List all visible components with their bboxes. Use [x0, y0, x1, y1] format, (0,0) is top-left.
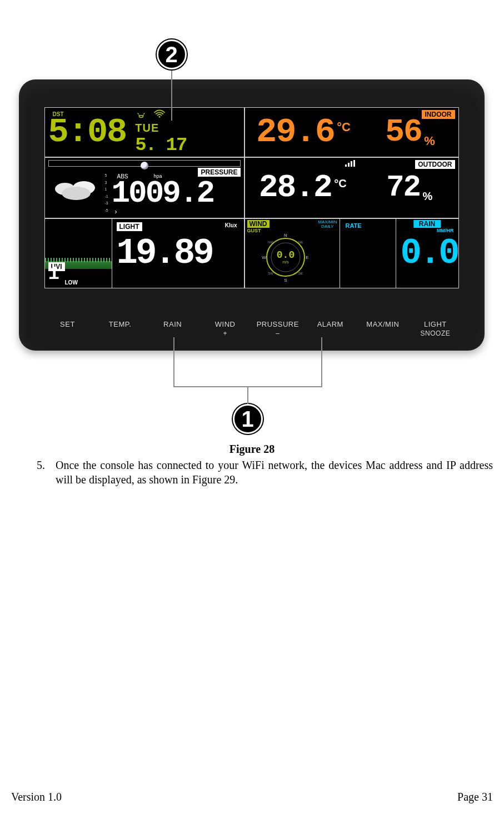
light-snooze-button[interactable]: LIGHTSNOOZE — [412, 320, 458, 337]
chevron-right-icon: › — [353, 134, 362, 143]
light-unit: Klux — [225, 222, 237, 228]
wind-button[interactable]: WIND+ — [202, 320, 248, 337]
svg-point-3 — [62, 187, 91, 200]
outdoor-panel: OUTDOOR 28.2 °C › 72 % › — [244, 157, 459, 218]
callout-1-line-drop — [247, 387, 248, 404]
chevron-right-icon: › — [435, 188, 445, 197]
list-item-5: 5. Once the console has connected to you… — [37, 458, 493, 487]
set-button[interactable]: SET — [44, 320, 91, 328]
version-label: Version 1.0 — [11, 791, 62, 803]
callout-1: 1 — [233, 404, 263, 434]
clock-panel: DST 5:08 TUE 5. 17 — [44, 107, 244, 157]
indoor-humidity-unit: % — [424, 134, 435, 148]
forecast-icon — [52, 177, 102, 204]
maxmin-daily-label: MAX/MINDAILY — [318, 220, 337, 229]
callout-1-line-left — [173, 337, 174, 387]
manual-page: 2 DST 5:08 TUE 5. 17 — [0, 0, 504, 819]
alarm-button[interactable]: ALARM — [307, 320, 353, 328]
svg-rect-6 — [351, 161, 352, 167]
month-day: 5. 17 — [135, 134, 186, 156]
wind-badge: WIND — [247, 220, 270, 228]
indoor-humidity: 56 — [385, 114, 422, 150]
svg-text:NW: NW — [268, 241, 273, 244]
outdoor-humidity: 72 — [386, 171, 420, 204]
svg-rect-7 — [353, 160, 355, 167]
svg-point-0 — [158, 116, 160, 117]
uvi-section: UVI 1 LOW — [45, 219, 112, 288]
rain-section: RAIN MM/HR 0.0 — [396, 219, 458, 288]
rain-value: 0.0 — [401, 233, 458, 273]
outdoor-badge: OUTDOOR — [415, 160, 455, 169]
svg-text:m/s: m/s — [282, 260, 289, 264]
chevron-right-icon: › — [437, 133, 447, 142]
page-number: Page 31 — [457, 791, 493, 803]
outdoor-temp-unit: °C — [334, 177, 346, 189]
light-badge: LIGHT — [117, 222, 142, 231]
trend-scale: 531-1-3-5 — [105, 173, 108, 212]
dst-label: DST — [53, 111, 64, 117]
svg-text:NE: NE — [298, 241, 302, 244]
maxmin-button[interactable]: MAX/MIN — [360, 320, 406, 328]
alarm-icon — [136, 111, 148, 119]
rain-button[interactable]: RAIN — [149, 320, 196, 328]
uvi-light-panel: UVI 1 LOW LIGHT Klux 19.89 — [44, 218, 244, 288]
svg-rect-5 — [348, 163, 350, 167]
compass-icon: N E S W NE SE SW NW 0.0 m/s — [261, 232, 311, 282]
chevron-right-icon: › — [349, 189, 358, 198]
svg-rect-4 — [345, 164, 347, 167]
moon-phase-bar — [48, 160, 241, 167]
outdoor-humidity-unit: % — [422, 190, 432, 202]
uvi-value: 1 — [48, 263, 58, 284]
figure-caption: Figure 28 — [11, 443, 493, 456]
weekday: TUE — [135, 122, 159, 134]
wind-section: WIND MAX/MINDAILY GUST N E S W NE — [245, 219, 340, 288]
rain-unit: MM/HR — [437, 228, 454, 233]
indoor-temp: 29.6 — [256, 112, 335, 152]
outdoor-temp: 28.2 — [259, 169, 332, 206]
pressure-value: 1009.2 — [112, 176, 214, 211]
weather-console: DST 5:08 TUE 5. 17 INDOO — [19, 79, 485, 351]
svg-text:SW: SW — [268, 272, 273, 275]
indoor-temp-unit: °C — [337, 120, 351, 134]
prussure-button[interactable]: PRUSSURE– — [255, 320, 301, 337]
clock-time: 5:08 — [48, 117, 127, 148]
svg-text:S: S — [284, 278, 287, 282]
pressure-panel: PRESSURE ABS hpa 1009.2 › 531-1-3-5 — [44, 157, 244, 218]
callout-2-line — [171, 71, 172, 121]
page-footer: Version 1.0 Page 31 — [11, 791, 493, 803]
console-screen: DST 5:08 TUE 5. 17 INDOO — [44, 107, 459, 288]
wind-rain-panel: WIND MAX/MINDAILY GUST N E S W NE — [244, 218, 459, 288]
moon-icon — [141, 162, 148, 169]
callout-1-line-right — [321, 337, 322, 387]
rate-label: RATE — [346, 222, 362, 229]
svg-text:SE: SE — [298, 272, 302, 275]
list-number: 5. — [37, 458, 56, 487]
rate-section: RATE — [340, 219, 396, 288]
rain-badge: RAIN — [413, 220, 441, 228]
svg-text:N: N — [284, 233, 287, 238]
callout-2: 2 — [157, 39, 187, 69]
figure-28: 2 DST 5:08 TUE 5. 17 — [13, 19, 491, 442]
svg-text:E: E — [306, 255, 308, 260]
light-value: 19.89 — [117, 233, 212, 273]
button-row: SET TEMP. RAIN WIND+ PRUSSURE– ALARM MAX… — [44, 320, 459, 337]
light-section: LIGHT Klux 19.89 — [112, 219, 244, 288]
chevron-right-icon: › — [115, 208, 117, 216]
signal-icon — [345, 160, 355, 168]
svg-text:0.0: 0.0 — [276, 249, 294, 261]
wifi-icon — [153, 109, 166, 118]
temp-button[interactable]: TEMP. — [97, 320, 143, 328]
indoor-panel: INDOOR 29.6 °C › 56 % › — [244, 107, 459, 157]
uvi-level: LOW — [65, 279, 78, 286]
indoor-badge: INDOOR — [422, 110, 455, 119]
gust-label: GUST — [247, 228, 261, 233]
svg-text:W: W — [262, 255, 266, 260]
list-text: Once the console has connected to your W… — [56, 458, 493, 487]
